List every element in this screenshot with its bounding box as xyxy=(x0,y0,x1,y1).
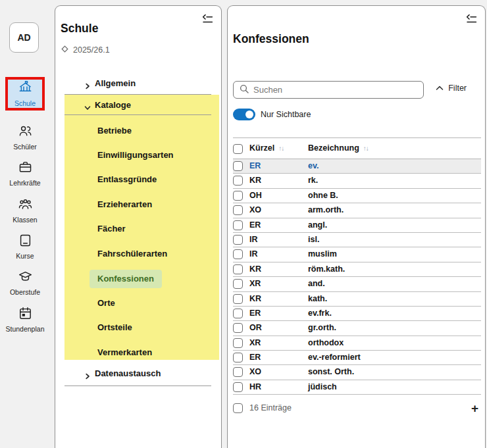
sidebar-item-schule[interactable]: Schule xyxy=(5,77,45,111)
sidebar: AD SchuleSchülerLehrkräfteKlassenKurseOb… xyxy=(0,0,49,448)
tree-item-vermerkarten[interactable]: Vermerkarten xyxy=(97,343,152,361)
tree-item-fcher[interactable]: Fächer xyxy=(97,220,126,237)
tree-item-einwilligungsarten[interactable]: Einwilligungsarten xyxy=(97,146,174,163)
cell-bezeichnung: muslim xyxy=(308,249,337,259)
term-switch-icon xyxy=(61,45,68,55)
table-row[interactable]: KRkath. xyxy=(233,292,481,307)
tree-item-entlassgrnde[interactable]: Entlassgründe xyxy=(97,171,157,188)
chevron-down-icon xyxy=(84,102,91,109)
row-checkbox[interactable] xyxy=(233,279,243,289)
tree-item-ortsteile[interactable]: Ortsteile xyxy=(97,319,132,336)
cell-kuerzel: IR xyxy=(249,249,258,259)
table-body: ERev.KRrk.OHohne B.XOarm.orth.ERangl.IRi… xyxy=(233,159,481,395)
cell-bezeichnung: angl. xyxy=(308,220,327,230)
table-row[interactable]: XOarm.orth. xyxy=(233,203,481,218)
select-all-checkbox[interactable] xyxy=(233,144,243,154)
row-checkbox[interactable] xyxy=(233,191,243,201)
sidebar-item-label: Klassen xyxy=(13,216,37,224)
cell-kuerzel: XR xyxy=(249,279,261,288)
table-row[interactable]: ERangl. xyxy=(233,218,481,233)
sort-icon[interactable]: ↑↓ xyxy=(278,145,284,152)
row-checkbox[interactable] xyxy=(233,205,243,215)
table-row[interactable]: HRjüdisch xyxy=(233,380,481,395)
cell-kuerzel: XO xyxy=(249,367,261,376)
row-checkbox[interactable] xyxy=(233,353,243,362)
sidebar-item-label: Oberstufe xyxy=(10,289,40,296)
cell-bezeichnung: ohne B. xyxy=(308,191,338,200)
tree-item-betriebe[interactable]: Betriebe xyxy=(97,122,132,139)
cell-kuerzel: ER xyxy=(249,220,261,230)
collapse-panel-icon[interactable] xyxy=(464,14,478,26)
cell-bezeichnung: isl. xyxy=(308,235,319,244)
briefcase-icon xyxy=(18,160,33,178)
cell-bezeichnung: ev. xyxy=(308,161,319,170)
table-row[interactable]: KRrk. xyxy=(233,174,481,188)
sidebar-item-oberstufe[interactable]: Oberstufe xyxy=(5,266,45,299)
table-row[interactable]: XRorthodox xyxy=(233,336,481,351)
tree-section-label: Allgemein xyxy=(95,78,136,88)
table-row[interactable]: ERev.frk. xyxy=(233,307,481,321)
sidebar-item-stundenplan[interactable]: Stundenplan xyxy=(5,303,45,336)
row-checkbox[interactable] xyxy=(233,220,243,230)
tree-section-allgemein[interactable]: Allgemein xyxy=(55,76,221,93)
visible-only-toggle[interactable] xyxy=(233,109,255,120)
collapse-panel-icon[interactable] xyxy=(200,14,215,26)
tree-item-konfessionen[interactable]: Konfessionen xyxy=(90,270,162,288)
sidebar-item-lehrkrfte[interactable]: Lehrkräfte xyxy=(5,157,45,190)
table-row[interactable]: OHohne B. xyxy=(233,189,481,203)
people-group-icon xyxy=(18,197,33,214)
sidebar-item-label: Kurse xyxy=(16,253,34,260)
add-entry-button[interactable]: + xyxy=(469,402,481,414)
sidebar-item-label: Stundenplan xyxy=(6,326,45,333)
row-checkbox[interactable] xyxy=(233,176,243,186)
avatar[interactable]: AD xyxy=(9,22,39,53)
sort-icon[interactable]: ↑↓ xyxy=(363,145,369,152)
row-checkbox[interactable] xyxy=(233,294,243,304)
cell-bezeichnung: gr.orth. xyxy=(308,323,336,332)
chevron-up-icon xyxy=(436,84,444,93)
table-header: Kürzel↑↓Bezeichnung↑↓ xyxy=(233,137,481,159)
sidebar-item-kurse[interactable]: Kurse xyxy=(5,230,45,263)
sidebar-item-klassen[interactable]: Klassen xyxy=(5,193,45,227)
annotation-highlight xyxy=(64,95,219,360)
table-row[interactable]: XRand. xyxy=(233,277,481,291)
tree-item-orte[interactable]: Orte xyxy=(97,294,115,311)
column-header-label: Kürzel xyxy=(249,143,274,153)
cell-kuerzel: XO xyxy=(249,205,261,214)
table-row[interactable]: ERev.-reformiert xyxy=(233,351,481,365)
tree-section-kataloge[interactable]: Kataloge xyxy=(55,97,221,114)
cell-kuerzel: OH xyxy=(249,191,262,200)
table-row[interactable]: IRisl. xyxy=(233,233,481,247)
sidebar-item-schler[interactable]: Schüler xyxy=(5,120,45,154)
row-checkbox[interactable] xyxy=(233,367,243,377)
table-row[interactable]: ERev. xyxy=(233,159,481,174)
search-input[interactable] xyxy=(253,85,417,95)
row-checkbox[interactable] xyxy=(233,338,243,348)
tree-item-erzieherarten[interactable]: Erzieherarten xyxy=(97,195,152,212)
table-row[interactable]: ORgr.orth. xyxy=(233,321,481,336)
row-checkbox[interactable] xyxy=(233,264,243,274)
table-row[interactable]: XOsonst. Orth. xyxy=(233,365,481,380)
chevron-right-icon xyxy=(84,80,91,87)
table-footer: 16 Einträge + xyxy=(233,398,481,418)
graduation-cap-icon xyxy=(18,269,33,287)
row-checkbox[interactable] xyxy=(233,382,243,392)
table-row[interactable]: KRröm.kath. xyxy=(233,262,481,277)
table-row[interactable]: IRmuslim xyxy=(233,247,481,262)
sidebar-item-label: Schüler xyxy=(13,143,37,151)
row-checkbox[interactable] xyxy=(233,249,243,259)
divider xyxy=(64,386,211,386)
row-checkbox[interactable] xyxy=(233,235,243,245)
row-checkbox[interactable] xyxy=(233,323,243,333)
row-checkbox[interactable] xyxy=(233,309,243,318)
filter-toggle[interactable]: Filter xyxy=(436,84,467,93)
row-checkbox[interactable] xyxy=(233,161,243,171)
school-year-selector[interactable]: 2025/26.1 xyxy=(61,45,110,55)
tree-section-datenaustausch[interactable]: Datenaustausch xyxy=(55,366,221,383)
cell-bezeichnung: orthodox xyxy=(308,338,344,347)
sidebar-item-label: Lehrkräfte xyxy=(9,180,40,187)
footer-checkbox[interactable] xyxy=(233,403,243,413)
column-header-bezeichnung: Bezeichnung↑↓ xyxy=(308,143,369,153)
cell-kuerzel: KR xyxy=(249,176,261,185)
tree-item-fahrschlerarten[interactable]: Fahrschülerarten xyxy=(97,245,167,262)
